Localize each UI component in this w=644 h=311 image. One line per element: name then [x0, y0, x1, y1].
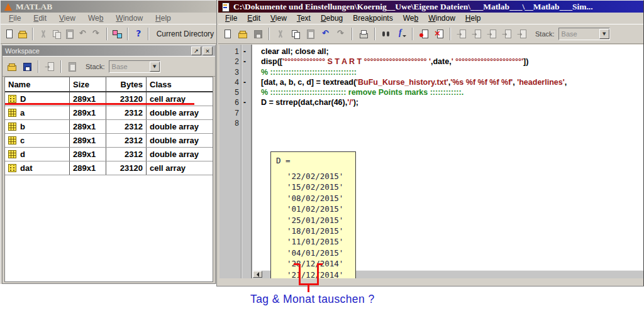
breakpoint-clear-button[interactable] [432, 27, 446, 41]
function-button[interactable] [394, 27, 408, 41]
menu-edit[interactable]: Edit [242, 13, 265, 24]
cut-button[interactable] [37, 27, 49, 41]
menu-window[interactable]: Window [109, 13, 149, 24]
menu-web[interactable]: Web [82, 13, 109, 24]
chevron-down-icon[interactable]: ▼ [150, 62, 160, 72]
open-folder-button[interactable] [16, 27, 28, 41]
open-folder-icon [18, 29, 28, 39]
column-header-size[interactable]: Size [70, 77, 106, 91]
simulink-button[interactable] [111, 27, 123, 41]
variable-name-cell: c [5, 134, 70, 147]
table-row-b[interactable]: b289x12312double array [5, 120, 213, 134]
copy-button[interactable] [289, 27, 303, 41]
menu-file[interactable]: File [3, 13, 27, 24]
table-row-d[interactable]: d289x12312double array [5, 148, 213, 161]
code-segment: clear all; close all; [261, 47, 329, 56]
paste-button[interactable] [64, 27, 75, 41]
cut-button[interactable] [274, 27, 287, 41]
line-number: 4 [219, 78, 239, 88]
variable-name-cell: a [5, 106, 70, 119]
step-in-button[interactable] [470, 27, 484, 41]
menu-debug[interactable]: Debug [316, 13, 348, 24]
help-button[interactable] [132, 27, 144, 41]
workspace-titlebar[interactable]: Workspace ↗ × [3, 45, 215, 56]
code-line-4: [dat, a, b, c, d] = textread('BuFu_Kurse… [261, 78, 643, 88]
matlab-logo-icon [3, 2, 13, 12]
menu-help[interactable]: Help [460, 13, 486, 24]
toolbar-separator [148, 28, 149, 40]
code-segment: % ::::::::::::::::::::::::::::::::: [261, 68, 357, 77]
step-out-button[interactable] [485, 27, 499, 41]
new-document-button[interactable] [221, 27, 235, 41]
code-line-1: clear all; close all; [261, 47, 643, 57]
variable-name: a [20, 108, 25, 117]
editor-titlebar[interactable]: C:\Dokumente und Einstellungen\Koernig__… [218, 1, 643, 13]
menu-edit[interactable]: Edit [27, 13, 53, 24]
undo-button[interactable] [77, 27, 89, 41]
menu-view[interactable]: View [53, 13, 82, 24]
code-line-6: D = strrep(dat,char(46),'/'); [261, 98, 643, 108]
red-bracket-right-line [317, 264, 319, 285]
run-to-cursor-button[interactable] [515, 27, 529, 41]
save-button[interactable] [20, 60, 34, 74]
column-header-bytes[interactable]: Bytes [106, 77, 147, 91]
undo-button[interactable] [319, 27, 333, 41]
open-folder-icon [7, 62, 17, 72]
breakpoint-add-button[interactable] [417, 27, 431, 41]
executable-line-marker: - [239, 78, 250, 88]
copy-icon [52, 29, 62, 39]
code-segment: '/' [347, 98, 353, 107]
step-next-button[interactable] [500, 27, 514, 41]
code-editor[interactable]: 1-2-34-56-78 clear all; close all;disp([… [219, 45, 643, 278]
variable-value-popup: D = '22/02/2015''15/02/2015''08/02/2015'… [270, 151, 356, 278]
save-button[interactable] [251, 27, 265, 41]
redo-button[interactable] [334, 27, 348, 41]
undock-button[interactable]: ↗ [191, 46, 201, 55]
menu-breakpoints[interactable]: Breakpoints [348, 13, 397, 24]
code-segment: D = strrep(dat,char(46), [261, 98, 347, 107]
open-folder-button[interactable] [236, 27, 250, 41]
copy-button[interactable] [50, 27, 62, 41]
scroll-left-button[interactable] [253, 271, 262, 278]
menu-help[interactable]: Help [149, 13, 177, 24]
executable-line-marker [239, 109, 250, 119]
import-data-button[interactable] [43, 60, 57, 74]
paste-button[interactable] [65, 60, 79, 74]
find-button[interactable] [379, 27, 393, 41]
open-folder-button[interactable] [5, 60, 19, 74]
gutter-row: 8 [219, 119, 251, 129]
table-row-dat[interactable]: dat289x123120cell array [5, 161, 213, 175]
code-segment: '%s %f %f %f %f' [450, 78, 513, 87]
variable-size-cell: 289x1 [70, 161, 106, 175]
column-header-class[interactable]: Class [147, 77, 213, 91]
paste-icon [65, 29, 75, 39]
column-header-name[interactable]: Name [5, 77, 70, 91]
red-bracket-stem [308, 285, 309, 292]
menu-view[interactable]: View [265, 13, 292, 24]
table-row-a[interactable]: a289x12312double array [5, 106, 213, 120]
close-button[interactable]: × [203, 46, 213, 55]
menu-window[interactable]: Window [423, 13, 460, 24]
popup-header: D = [276, 156, 355, 166]
print-button[interactable] [357, 27, 370, 41]
code-segment: disp([ [261, 57, 282, 66]
new-document-button[interactable] [3, 27, 15, 41]
stack-dropdown[interactable]: Base▼ [109, 60, 160, 73]
menu-text[interactable]: Text [292, 13, 316, 24]
breakpoint-clear-icon [434, 29, 444, 39]
chevron-down-icon[interactable]: ▼ [599, 29, 609, 39]
popup-value: '04/01/2015' [271, 248, 355, 259]
table-row-c[interactable]: c289x12312double array [5, 134, 213, 148]
toolbar-separator [32, 28, 33, 40]
code-line-7 [261, 109, 643, 119]
left-titlebar[interactable]: MATLAB [1, 1, 216, 13]
step-button[interactable] [455, 27, 469, 41]
menu-web[interactable]: Web [398, 13, 423, 24]
menu-file[interactable]: File [220, 13, 242, 24]
import-data-icon [45, 62, 55, 72]
redo-button[interactable] [90, 27, 102, 41]
paste-button[interactable] [304, 27, 318, 41]
editor-toolbar: Stack:Base▼ [218, 24, 643, 44]
stack-dropdown[interactable]: Base▼ [558, 28, 610, 40]
variable-name-cell: dat [5, 161, 70, 175]
